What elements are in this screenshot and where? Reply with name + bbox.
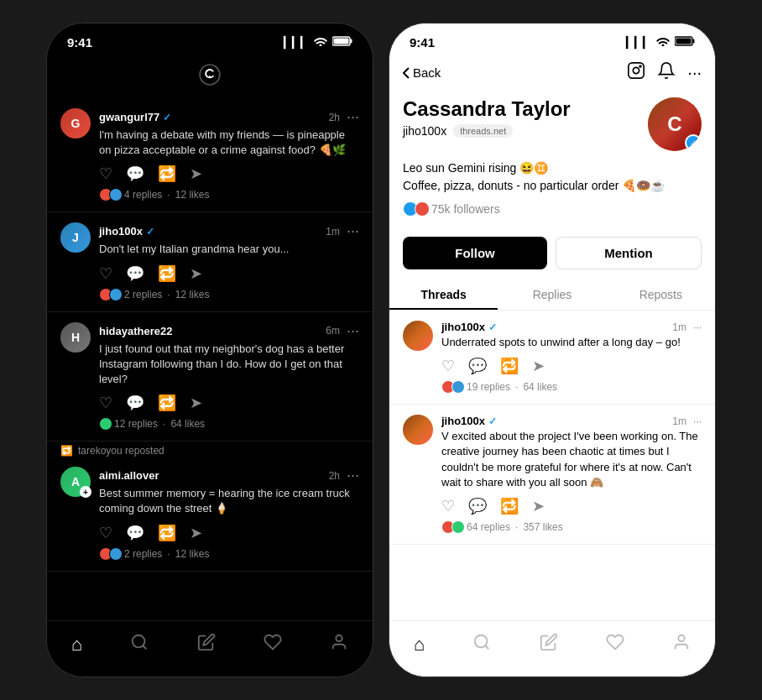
wifi-icon [314,36,327,49]
nav-likes-button[interactable] [255,629,290,660]
comment-button-2[interactable]: 💬 [126,264,144,283]
instagram-icon[interactable] [627,61,645,84]
profile-more-2[interactable]: ··· [693,415,702,427]
repost-button-4[interactable]: 🔁 [158,524,176,542]
profile-comment-1[interactable]: 💬 [468,357,487,375]
more-button-2[interactable]: ··· [347,222,359,240]
more-button-1[interactable]: ··· [347,108,359,126]
svg-point-5 [337,635,342,641]
profile-avatar-sm-1 [403,321,433,351]
comment-button-3[interactable]: 💬 [126,394,144,412]
profile-actions-row-1: ♡ 💬 🔁 ➤ [441,350,702,380]
profile-bio: Leo sun Gemini rising 😆♊ Coffee, pizza, … [403,159,702,195]
more-button-4[interactable]: ··· [347,467,359,484]
profile-more-1[interactable]: ··· [693,321,702,333]
thread-meta-3: hidayathere22 6m ··· I just found out th… [99,322,359,438]
profile-share-2[interactable]: ➤ [532,497,545,515]
status-icons-feed: ▎▎▎ [284,36,352,49]
back-button[interactable]: Back [403,65,441,80]
nav-home-button[interactable]: ⌂ [63,630,91,659]
more-button-3[interactable]: ··· [347,322,359,340]
like-button-2[interactable]: ♡ [99,264,112,283]
profile-battery-icon [675,36,695,49]
thread-text-2: Don't let my Italian grandma hear you... [99,242,359,257]
tab-threads[interactable]: Threads [389,279,498,310]
comment-button-4[interactable]: 💬 [126,524,144,542]
thread-actions-4: ♡ 💬 🔁 ➤ [99,517,359,547]
profile-wifi-icon [656,36,670,49]
signal-icon: ▎▎▎ [284,36,309,49]
profile-thread-username-2: jiho100x ✓ [441,415,497,427]
username-aimi: aimi.allover [99,469,159,482]
thread-meta-1: gwangurl77 ✓ 2h ··· I'm having a debate … [99,108,359,208]
thread-actions-1: ♡ 💬 🔁 ➤ [99,158,359,188]
svg-point-11 [639,65,641,67]
profile-handle: jiho100x [403,124,446,138]
profile-thread-text-2: V excited about the project I've been wo… [441,429,702,490]
profile-nav-search[interactable] [464,629,499,660]
repost-button-1[interactable]: 🔁 [158,165,176,183]
phones-container: 9:41 ▎▎▎ [46,23,716,677]
profile-feed: jiho100x ✓ 1m ··· Underrated spots to un… [389,311,715,620]
thread-text-4: Best summer memory = hearing the ice cre… [99,486,359,516]
like-button-4[interactable]: ♡ [99,524,112,542]
profile-share-1[interactable]: ➤ [532,357,545,375]
profile-avatar-sm-2 [403,415,433,445]
avatar-gwangurl77: G [60,108,91,138]
profile-like-1[interactable]: ♡ [441,357,455,375]
nav-search-button[interactable] [122,629,157,660]
profile-verified-2: ✓ [488,415,497,427]
profile-stats-1: 19 replies · 64 likes [441,380,702,400]
thread-text-3: I just found out that my neighbor's dog … [99,342,359,388]
nav-compose-button[interactable] [189,629,224,660]
share-button-1[interactable]: ➤ [190,165,202,183]
thread-item-2: J jiho100x ✓ 1m ··· [47,212,373,311]
profile-comment-2[interactable]: 💬 [468,497,487,515]
follow-button[interactable]: Follow [403,237,547,269]
like-button-1[interactable]: ♡ [99,165,112,183]
phone-feed: 9:41 ▎▎▎ [46,23,373,677]
profile-repost-1[interactable]: 🔁 [500,357,519,375]
status-bar-feed: 9:41 ▎▎▎ [47,24,373,55]
bell-icon[interactable] [657,61,676,84]
svg-rect-8 [676,39,692,44]
thread-item-1: G gwangurl77 ✓ 2h ··· [47,98,373,212]
repost-label: 🔁 tarekoyou reposted [47,441,373,457]
repost-button-3[interactable]: 🔁 [158,394,176,412]
time-dots-4: 2h ··· [329,467,359,484]
status-time-feed: 9:41 [67,35,92,50]
nav-profile-button[interactable] [321,629,357,660]
share-button-3[interactable]: ➤ [190,394,202,412]
profile-nav-home[interactable]: ⌂ [405,630,433,659]
share-button-4[interactable]: ➤ [190,524,202,542]
thread-stats-2: 2 replies · 12 likes [99,288,359,308]
tab-replies[interactable]: Replies [498,279,606,310]
repost-button-2[interactable]: 🔁 [158,264,176,283]
profile-nav-compose[interactable] [531,629,566,660]
battery-icon [332,36,352,49]
thread-stats-3: 12 replies · 64 likes [99,417,359,437]
like-button-3[interactable]: ♡ [99,394,112,412]
more-options-icon[interactable]: ··· [687,63,702,82]
mention-button[interactable]: Mention [556,237,702,269]
profile-nav-likes[interactable] [598,629,633,660]
profile-repost-2[interactable]: 🔁 [500,497,519,515]
profile-nav-profile[interactable] [664,629,699,660]
thread-stats-1: 4 replies · 12 likes [99,188,359,208]
profile-followers: 75k followers [403,201,702,217]
share-button-2[interactable]: ➤ [190,264,202,283]
profile-like-2[interactable]: ♡ [441,497,455,515]
profile-thread-text-1: Underrated spots to unwind after a long … [441,335,702,350]
avatar-jiho100x: J [60,222,91,253]
thread-text-1: I'm having a debate with my friends — is… [99,128,359,158]
comment-button-1[interactable]: 💬 [126,165,144,183]
profile-tabs: Threads Replies Reposts [389,279,715,311]
profile-domain-badge: threads.net [453,124,513,138]
profile-thread-item-1: jiho100x ✓ 1m ··· Underrated spots to un… [389,311,715,405]
tab-reposts[interactable]: Reposts [607,279,715,310]
profile-thread-item-2: jiho100x ✓ 1m ··· V excited about the pr… [389,405,715,545]
thread-actions-2: ♡ 💬 🔁 ➤ [99,258,359,288]
time-dots-1: 2h ··· [329,108,359,126]
profile-time-dots-2: 1m ··· [672,415,702,427]
feed-content: G gwangurl77 ✓ 2h ··· [47,98,373,620]
